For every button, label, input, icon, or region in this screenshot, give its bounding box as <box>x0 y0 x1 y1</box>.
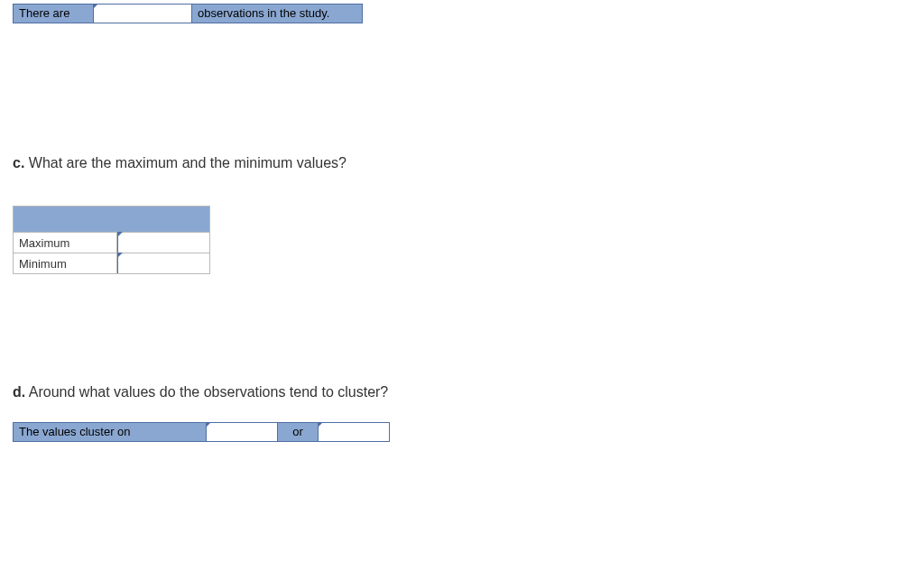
cluster-prefix-cell: The values cluster on <box>13 422 207 442</box>
question-c-letter: c. <box>13 155 24 170</box>
cluster-input1[interactable] <box>208 422 275 442</box>
maxmin-row-minimum: Minimum <box>14 253 209 273</box>
maxmin-input-maximum[interactable] <box>118 233 208 253</box>
cluster-input2-wrap <box>318 422 390 442</box>
observations-suffix-cell: observations in the study. <box>191 4 363 23</box>
observations-input[interactable] <box>96 4 189 23</box>
maxmin-table: Maximum Minimum <box>13 206 210 274</box>
question-c-text: What are the maximum and the minimum val… <box>29 155 346 170</box>
observations-prefix-cell: There are <box>13 4 94 23</box>
observations-suffix: observations in the study. <box>198 5 329 23</box>
cluster-input1-wrap <box>206 422 278 442</box>
observations-row: There are observations in the study. <box>13 4 363 23</box>
cluster-input2[interactable] <box>320 422 387 442</box>
cluster-middle: or <box>292 423 303 441</box>
maxmin-header <box>14 207 209 233</box>
maxmin-input-wrap-minimum <box>117 253 208 273</box>
question-c: c. What are the maximum and the minimum … <box>13 155 346 171</box>
cluster-row: The values cluster on or <box>13 422 390 442</box>
question-d-text: Around what values do the observations t… <box>29 384 388 400</box>
maxmin-label-minimum: Minimum <box>14 253 117 273</box>
maxmin-input-minimum[interactable] <box>118 253 208 273</box>
maxmin-input-wrap-maximum <box>117 233 208 253</box>
maxmin-label-maximum: Maximum <box>14 233 117 253</box>
cluster-middle-cell: or <box>277 422 319 442</box>
maxmin-row-maximum: Maximum <box>14 233 209 253</box>
question-d-letter: d. <box>13 384 25 400</box>
observations-prefix: There are <box>19 5 69 23</box>
cluster-prefix: The values cluster on <box>19 423 131 441</box>
question-d: d. Around what values do the observation… <box>13 384 388 400</box>
observations-input-wrap <box>93 4 192 23</box>
